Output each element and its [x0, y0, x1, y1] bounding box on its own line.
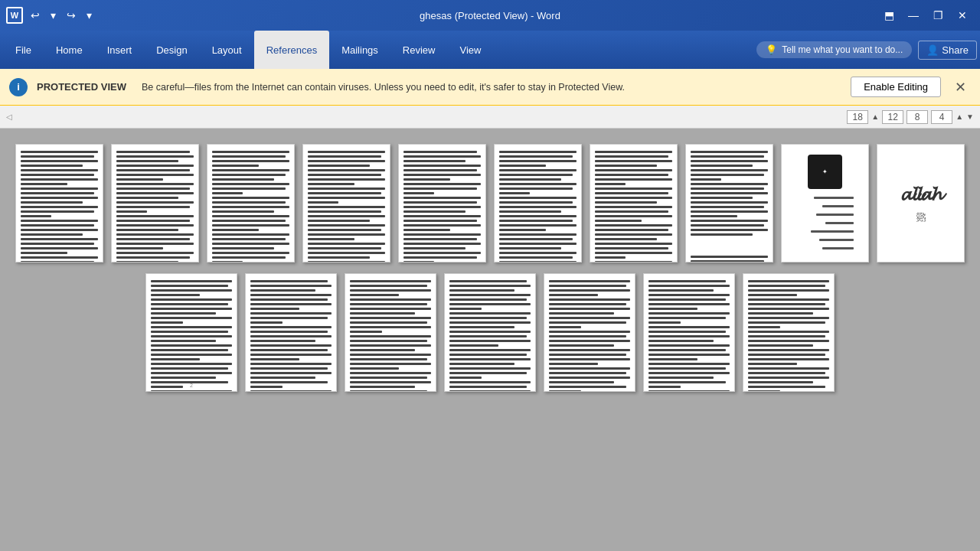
text-line: [449, 289, 514, 292]
text-line: [116, 224, 194, 227]
page-thumbnail-3[interactable]: [207, 144, 295, 262]
ruler-area: ◁ 18 ▲ 12 8 4 ▲ ▼: [0, 106, 980, 129]
text-line: [595, 201, 657, 204]
close-button[interactable]: ✕: [951, 4, 974, 27]
text-line: [549, 285, 626, 287]
text-line: [595, 243, 672, 245]
close-protected-bar-button[interactable]: ✕: [950, 77, 971, 97]
text-line: [499, 247, 561, 249]
text-line: [549, 317, 630, 319]
font-size-4[interactable]: 4: [931, 110, 952, 124]
text-line: [403, 165, 481, 167]
text-line: [595, 151, 672, 153]
text-line: [308, 151, 385, 153]
text-line: [449, 303, 531, 305]
page-thumbnail-9[interactable]: ✦: [781, 144, 869, 262]
text-line: [691, 210, 768, 213]
page-thumbnail-4[interactable]: [302, 144, 390, 262]
text-line: [691, 215, 737, 217]
text-line: [116, 261, 178, 262]
font-size-18[interactable]: 18: [847, 110, 868, 124]
minimize-button[interactable]: —: [902, 4, 925, 27]
text-line: [648, 280, 726, 282]
tab-home[interactable]: Home: [44, 31, 95, 69]
page-thumbnail-10[interactable]: 𝓪𝓵𝓵𝓪𝓱 ﷺ: [877, 144, 965, 262]
redo-button[interactable]: ↪: [64, 8, 79, 23]
text-line: [350, 308, 431, 310]
tab-file[interactable]: File: [3, 31, 44, 69]
share-label: Share: [942, 44, 969, 56]
font-size-12[interactable]: 12: [882, 110, 903, 124]
text-line: [350, 289, 431, 292]
undo-button[interactable]: ↩: [28, 8, 43, 23]
text-line: [449, 344, 498, 347]
text-line: [648, 312, 730, 315]
text-line: [116, 229, 178, 231]
text-line: [250, 386, 283, 388]
text-line: [648, 367, 726, 370]
page-thumbnail-14[interactable]: [444, 273, 536, 392]
text-line: [499, 155, 573, 158]
text-line: [212, 155, 286, 158]
text-line: [308, 201, 338, 204]
text-line: [350, 358, 427, 360]
text-line: [648, 335, 730, 337]
text-line: [748, 390, 780, 392]
text-line: [595, 210, 668, 213]
text-line: [308, 247, 381, 249]
text-line: [21, 220, 98, 222]
text-line: [151, 358, 200, 360]
text-line: [250, 358, 299, 360]
tell-me-search[interactable]: 💡 Tell me what you want to do...: [756, 41, 912, 58]
page-thumbnail-17[interactable]: [743, 273, 835, 392]
text-line: [499, 224, 577, 227]
page-thumbnail-5[interactable]: [398, 144, 486, 262]
tab-mailings[interactable]: Mailings: [329, 31, 390, 69]
text-line: [499, 206, 577, 208]
text-line: [648, 377, 714, 379]
page-thumbnail-8[interactable]: [685, 144, 773, 262]
tab-view[interactable]: View: [447, 31, 493, 69]
page-thumbnail-11[interactable]: 2: [145, 273, 237, 392]
quick-access-customize-button[interactable]: ▾: [83, 8, 95, 23]
page-number: 2: [190, 383, 193, 388]
page-thumbnail-15[interactable]: [544, 273, 635, 392]
text-line: [212, 233, 289, 236]
text-line: [403, 169, 477, 171]
text-line: [403, 174, 481, 176]
share-button[interactable]: 👤 Share: [918, 41, 977, 60]
page-thumbnail-13[interactable]: [345, 273, 436, 392]
text-line: [21, 238, 98, 240]
font-size-8[interactable]: 8: [906, 110, 928, 124]
restore-button[interactable]: ❐: [926, 4, 949, 27]
tab-review[interactable]: Review: [390, 31, 448, 69]
undo-dropdown-button[interactable]: ▾: [47, 8, 59, 23]
page-thumbnail-7[interactable]: [590, 144, 678, 262]
tab-references[interactable]: References: [254, 31, 329, 69]
text-line: [748, 358, 829, 360]
text-line: [499, 178, 561, 181]
text-line: [350, 321, 427, 324]
page-thumbnail-16[interactable]: [643, 273, 735, 392]
enable-editing-button[interactable]: Enable Editing: [851, 77, 941, 97]
page-thumbnail-12[interactable]: [245, 273, 337, 392]
tab-design[interactable]: Design: [144, 31, 199, 69]
text-line: [691, 206, 764, 208]
text-line: [595, 187, 672, 190]
text-line: [212, 192, 243, 194]
text-line: [308, 165, 370, 167]
text-line: [691, 192, 768, 194]
text-line: [648, 358, 697, 360]
pages-row-2: 2: [145, 273, 835, 392]
page-thumbnail-2[interactable]: [111, 144, 199, 262]
text-line: [21, 252, 67, 254]
text-line: [308, 178, 385, 181]
text-line: [250, 294, 332, 296]
text-line: [595, 220, 642, 222]
tab-layout[interactable]: Layout: [200, 31, 254, 69]
page-thumbnail-6[interactable]: [494, 144, 582, 262]
text-line: [748, 372, 825, 374]
ribbon-display-button[interactable]: ⬒: [877, 4, 900, 27]
page-thumbnail-1[interactable]: [15, 144, 103, 262]
tab-insert[interactable]: Insert: [95, 31, 145, 69]
